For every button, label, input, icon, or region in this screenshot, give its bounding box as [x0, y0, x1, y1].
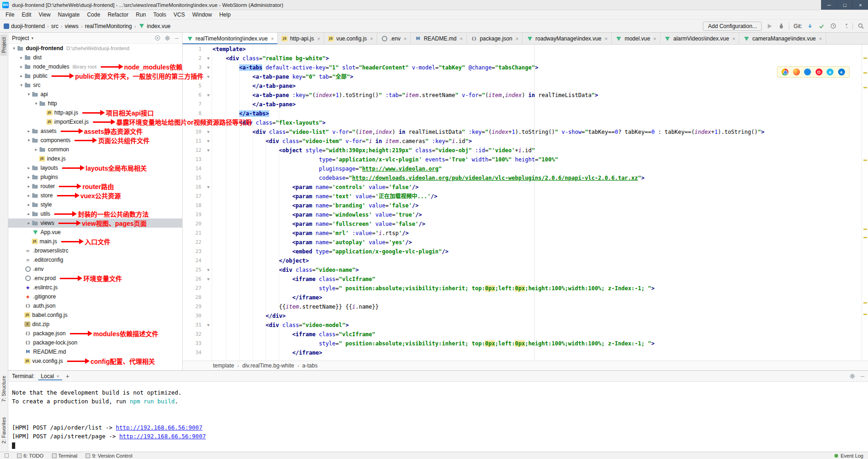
menu-run[interactable]: Run: [132, 11, 149, 19]
hide-terminal-icon[interactable]: ─: [861, 373, 864, 379]
warning-stripe-mark[interactable]: [863, 302, 867, 304]
tree-item-assets[interactable]: ▸assetsassets静态资源文件: [8, 126, 182, 136]
editor-tab-package-json[interactable]: {}package.json×: [467, 33, 523, 45]
warning-stripe-mark[interactable]: [863, 72, 867, 74]
menu-help[interactable]: Help: [216, 11, 235, 19]
tree-item-readme-md[interactable]: MREADME.md: [8, 347, 182, 356]
warning-stripe-mark[interactable]: [863, 87, 867, 88]
menu-refactor[interactable]: Refactor: [104, 11, 132, 19]
close-tab-icon[interactable]: ×: [404, 36, 407, 41]
tree-item-env[interactable]: .env: [8, 264, 182, 274]
code-area[interactable]: 1234567891011121314151617181920212223242…: [183, 45, 862, 361]
tree-item-vue-config-js[interactable]: JSvue.config.jsconfig配置、代理相关: [8, 356, 182, 366]
editor-tab-env[interactable]: .env×: [377, 33, 411, 45]
tree-item-router[interactable]: ▸routerrouter路由: [8, 182, 182, 191]
fold-icon[interactable]: [207, 67, 210, 69]
close-tab-icon[interactable]: ×: [370, 36, 373, 41]
tree-item-style[interactable]: ▸style: [8, 200, 182, 209]
tree-item-package-lock-json[interactable]: {}package-lock.json: [8, 338, 182, 347]
tree-item-auth-json[interactable]: {}auth.json: [8, 301, 182, 310]
warning-stripe-mark[interactable]: [863, 237, 867, 238]
tree-item-browserslistrc[interactable]: ≡.browserslistrc: [8, 246, 182, 255]
fold-icon[interactable]: [207, 278, 210, 281]
internet-explorer-icon[interactable]: e: [827, 69, 834, 75]
close-tab-icon[interactable]: ×: [653, 36, 656, 41]
status-item-terminal[interactable]: Terminal: [52, 453, 78, 459]
menu-view[interactable]: View: [35, 11, 54, 19]
menu-edit[interactable]: Edit: [18, 11, 35, 19]
chevron-right-icon[interactable]: ▸: [33, 147, 39, 152]
terminal-tab-local[interactable]: Local ×: [38, 372, 62, 380]
close-icon[interactable]: ×: [852, 0, 868, 10]
editor-breadcrumb-item[interactable]: template: [213, 362, 234, 369]
edge-icon[interactable]: e: [838, 69, 845, 75]
tree-item-layouts[interactable]: ▸layoutslayouts全局布局相关: [8, 163, 182, 172]
chevron-right-icon[interactable]: ▸: [26, 166, 32, 170]
editor-tab-alarmvideos-index-vue[interactable]: alarmVideos\index.vue×: [661, 33, 740, 45]
menu-file[interactable]: File: [2, 11, 18, 19]
menu-window[interactable]: Window: [189, 11, 216, 19]
tree-item-store[interactable]: ▸storevuex公共资源: [8, 191, 182, 200]
chevron-down-icon[interactable]: ▾: [18, 83, 24, 87]
tree-item-package-json[interactable]: {}package.jsonmodules依赖描述文件: [8, 329, 182, 338]
status-item-6-todo[interactable]: 6: TODO: [17, 453, 44, 459]
tree-item-editorconfig[interactable]: ≡.editorconfig: [8, 255, 182, 264]
tree-item-components[interactable]: ▾components页面公共组件文件: [8, 136, 182, 145]
menu-code[interactable]: Code: [83, 11, 104, 19]
tool-button-favorites[interactable]: 2: Favorites: [0, 414, 7, 446]
fold-icon[interactable]: [207, 186, 210, 189]
chevron-down-icon[interactable]: ▾: [26, 138, 32, 143]
breadcrumb-item-realtimemonitoring[interactable]: realTimeMonitoring: [85, 23, 132, 29]
close-tab-icon[interactable]: ×: [460, 36, 462, 41]
editor-breadcrumb-item[interactable]: div.realTime.bg-white: [242, 362, 294, 369]
tree-item-src[interactable]: ▾src: [8, 80, 182, 90]
opera-icon[interactable]: O: [816, 69, 822, 75]
warning-stripe-mark[interactable]: [863, 229, 867, 230]
chevron-right-icon[interactable]: ▸: [18, 74, 24, 78]
editor-tab-readme-md[interactable]: MREADME.md×: [411, 33, 467, 45]
tool-button-structure[interactable]: 7: Structure: [0, 373, 7, 405]
breadcrumb-item-duoji-frontend[interactable]: duoji-frontend: [4, 23, 45, 29]
menu-vcs[interactable]: VCS: [170, 11, 189, 19]
fold-icon[interactable]: [207, 140, 210, 143]
tree-item-node-modules[interactable]: ▸node_moduleslibrary rootnode_modules依赖: [8, 62, 182, 71]
tool-window-switcher-icon[interactable]: [5, 453, 9, 458]
close-tab-icon[interactable]: ×: [317, 36, 320, 41]
tree-item-index-js[interactable]: JSindex.js: [8, 154, 182, 163]
tree-item-duoji-frontend[interactable]: ▾duoji-frontendD:\zheheWeb\duoji-fronten…: [8, 44, 182, 53]
tree-item-env-prod[interactable]: .env.prod环境变量文件: [8, 274, 182, 283]
close-tab-icon[interactable]: ×: [271, 36, 274, 41]
rollback-icon[interactable]: [841, 23, 848, 30]
gear-icon[interactable]: [164, 34, 171, 42]
search-everywhere-icon[interactable]: [857, 23, 864, 30]
editor-tab-model-vue[interactable]: model.vue×: [612, 33, 661, 45]
tree-item-main-js[interactable]: JSmain.js入口文件: [8, 237, 182, 246]
git-commit-icon[interactable]: [818, 23, 825, 30]
chevron-right-icon[interactable]: ▸: [26, 129, 32, 133]
chevron-right-icon[interactable]: ▸: [26, 184, 32, 189]
status-item-9-version-control[interactable]: 9: Version Control: [86, 453, 132, 459]
tree-item-views[interactable]: ▸viewsview视图、pages页面: [8, 218, 182, 228]
warning-stripe-mark[interactable]: [863, 314, 867, 315]
menu-navigate[interactable]: Navigate: [54, 11, 83, 19]
debug-icon[interactable]: [777, 23, 785, 30]
chevron-right-icon[interactable]: ▸: [26, 202, 32, 207]
fold-icon[interactable]: [207, 57, 210, 60]
close-tab-icon[interactable]: ×: [819, 36, 822, 41]
tree-item-eslintrc-js[interactable]: ◆.eslintrc.js: [8, 283, 182, 292]
menu-tools[interactable]: Tools: [149, 11, 170, 19]
fold-icon[interactable]: [207, 76, 210, 78]
add-configuration-button[interactable]: Add Configuration...: [703, 22, 762, 31]
terminal-settings-gear-icon[interactable]: [849, 373, 856, 380]
warning-stripe-mark[interactable]: [863, 160, 867, 161]
editor-tab-vue-config-js[interactable]: JSvue.config.js×: [324, 33, 377, 45]
breadcrumb-item-index-vue[interactable]: index.vue: [138, 23, 170, 29]
event-log-item[interactable]: Event Log: [834, 453, 863, 459]
editor-tab-cameramanage-index-vue[interactable]: cameraManage\index.vue×: [739, 33, 826, 45]
hide-panel-icon[interactable]: ─: [175, 35, 178, 41]
fold-icon[interactable]: [207, 149, 210, 152]
fold-icon[interactable]: [207, 324, 210, 327]
tree-item-importexcel-js[interactable]: JSimportExcel.js暴露环境变量地址给图片or视频资源路径等引用: [8, 117, 182, 126]
history-icon[interactable]: [829, 23, 837, 30]
minimize-icon[interactable]: ─: [821, 0, 837, 10]
